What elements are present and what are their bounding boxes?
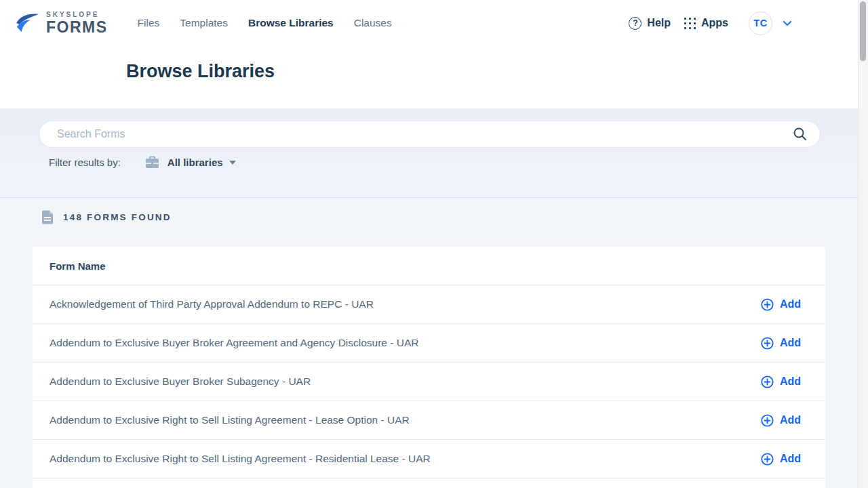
document-icon xyxy=(41,210,54,224)
search-icon[interactable] xyxy=(793,127,808,142)
table-header: Form Name xyxy=(33,247,825,285)
user-avatar[interactable]: TC xyxy=(749,12,772,35)
column-header-form-name: Form Name xyxy=(50,260,106,272)
top-navigation-bar: SKYSLOPE FORMS Files Templates Browse Li… xyxy=(0,0,858,46)
plus-circle-icon xyxy=(761,337,774,350)
filter-label: Filter results by: xyxy=(49,157,121,168)
nav-item[interactable]: Files xyxy=(138,17,160,29)
form-name: Addendum to Exclusive Right to Sell List… xyxy=(50,414,410,426)
chevron-down-icon xyxy=(783,20,792,26)
results-section: 148 FORMS FOUND Form Name Acknowledgemen… xyxy=(0,198,858,488)
table-row-partial xyxy=(33,478,825,488)
plus-circle-icon xyxy=(761,298,774,311)
results-count: 148 FORMS FOUND xyxy=(63,212,172,222)
add-button[interactable]: Add xyxy=(761,337,801,350)
table-row[interactable]: Acknowledgement of Third Party Approval … xyxy=(33,285,825,323)
plus-circle-icon xyxy=(761,375,774,388)
briefcase-icon xyxy=(145,156,159,169)
table-row[interactable]: Addendum to Exclusive Buyer Broker Subag… xyxy=(33,362,825,401)
logo-line1: SKYSLOPE xyxy=(46,12,108,18)
search-section: Filter results by: All libraries xyxy=(0,108,858,198)
table-row[interactable]: Addendum to Exclusive Right to Sell List… xyxy=(33,401,825,439)
scrollbar-thumb[interactable] xyxy=(860,1,866,61)
help-button[interactable]: ? Help xyxy=(629,17,671,30)
logo-text: SKYSLOPE FORMS xyxy=(46,12,108,35)
form-name: Addendum to Exclusive Right to Sell List… xyxy=(50,453,431,465)
table-row[interactable]: Addendum to Exclusive Right to Sell List… xyxy=(33,439,825,478)
form-name: Addendum to Exclusive Buyer Broker Subag… xyxy=(50,375,311,388)
apps-button[interactable]: Apps xyxy=(684,17,728,29)
caret-down-icon[interactable] xyxy=(229,161,236,165)
header-actions: ? Help Apps TC xyxy=(629,12,792,35)
add-button[interactable]: Add xyxy=(761,298,801,311)
add-button[interactable]: Add xyxy=(761,414,801,427)
forms-table: Form Name Acknowledgement of Third Party… xyxy=(33,247,825,488)
help-label: Help xyxy=(647,17,671,29)
page-scrollbar[interactable] xyxy=(858,0,868,488)
nav-item[interactable]: Clauses xyxy=(354,17,392,29)
skyslope-forms-logo[interactable]: SKYSLOPE FORMS xyxy=(15,12,108,35)
search-input[interactable] xyxy=(57,128,793,140)
add-button[interactable]: Add xyxy=(761,453,801,466)
form-name: Addendum to Exclusive Buyer Broker Agree… xyxy=(50,337,418,349)
account-menu-toggle[interactable] xyxy=(783,20,792,26)
search-box xyxy=(39,121,821,148)
page-title: Browse Libraries xyxy=(126,61,275,82)
add-button-label: Add xyxy=(780,453,801,465)
results-count-row: 148 FORMS FOUND xyxy=(41,210,172,224)
add-button-label: Add xyxy=(780,337,801,349)
add-button-label: Add xyxy=(780,414,801,426)
main-nav: Files Templates Browse Libraries Clauses xyxy=(138,17,392,29)
logo-swoosh-icon xyxy=(15,12,41,34)
add-button-label: Add xyxy=(780,375,801,388)
help-icon: ? xyxy=(629,17,642,30)
plus-circle-icon xyxy=(761,414,774,427)
filter-row: Filter results by: All libraries xyxy=(49,156,236,169)
apps-grid-icon xyxy=(684,18,696,29)
add-button[interactable]: Add xyxy=(761,375,801,388)
nav-item[interactable]: Browse Libraries xyxy=(248,17,334,29)
apps-label: Apps xyxy=(701,17,728,29)
table-row[interactable]: Addendum to Exclusive Buyer Broker Agree… xyxy=(33,323,825,362)
add-button-label: Add xyxy=(780,298,801,310)
nav-item[interactable]: Templates xyxy=(180,17,228,29)
form-name: Acknowledgement of Third Party Approval … xyxy=(50,298,374,310)
logo-line2: FORMS xyxy=(46,20,108,35)
app-window: SKYSLOPE FORMS Files Templates Browse Li… xyxy=(0,0,868,488)
plus-circle-icon xyxy=(761,453,774,466)
header: SKYSLOPE FORMS Files Templates Browse Li… xyxy=(0,0,858,108)
library-filter-dropdown[interactable]: All libraries xyxy=(167,157,223,168)
